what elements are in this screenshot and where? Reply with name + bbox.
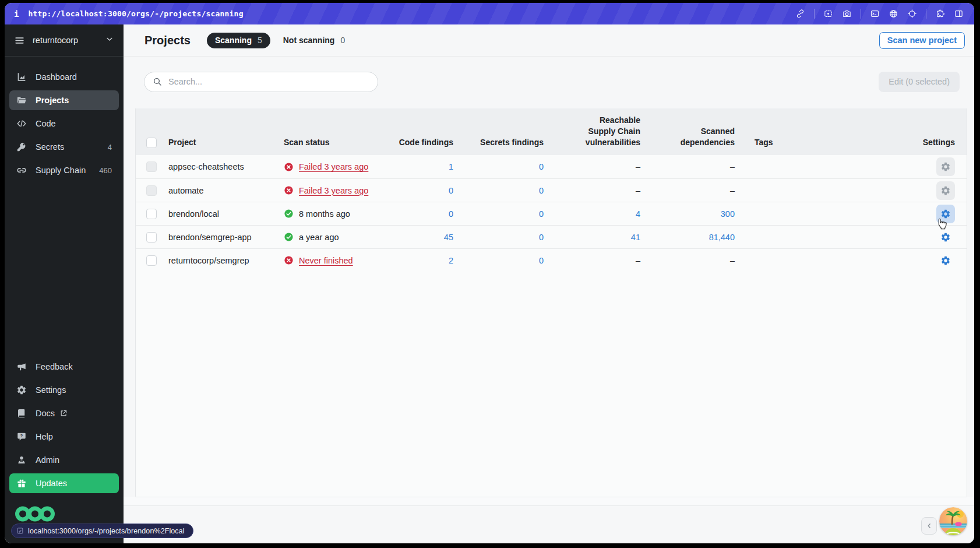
code-icon [16, 118, 27, 129]
sidebar-item-updates[interactable]: Updates [9, 473, 119, 493]
sidebar-item-admin[interactable]: Admin [9, 450, 119, 470]
cell-count-link[interactable]: 2 [449, 256, 453, 265]
user-avatar[interactable] [939, 507, 967, 535]
col-tags: Tags [737, 137, 819, 148]
code-findings-cell: 0 [379, 186, 456, 195]
admin-icon [16, 455, 27, 465]
edit-selected-button[interactable]: Edit (0 selected) [879, 72, 960, 92]
reachable-vulns-cell: – [546, 186, 643, 195]
project-name[interactable]: appsec-cheatsheets [168, 162, 284, 171]
project-settings-gear-icon[interactable] [936, 157, 955, 176]
table-row[interactable]: brendon/local8 months ago004300 [136, 202, 967, 225]
scanned-deps-cell: 81,440 [643, 233, 737, 242]
crosshair-icon[interactable] [907, 9, 917, 19]
sidebar-item-settings[interactable]: Settings [9, 380, 119, 400]
project-settings-gear-icon[interactable] [936, 181, 955, 200]
extensions-icon[interactable] [935, 9, 945, 19]
row-checkbox[interactable] [146, 232, 157, 243]
camera-icon[interactable] [842, 9, 852, 19]
cell-count-link[interactable]: 45 [444, 233, 453, 242]
globe-icon[interactable] [889, 9, 898, 19]
row-checkbox[interactable] [146, 255, 157, 266]
secrets-findings-cell: 0 [456, 233, 546, 242]
link-icon[interactable] [795, 9, 805, 19]
x-circle-icon [284, 185, 294, 195]
sidebar-item-supply-chain[interactable]: Supply Chain460 [9, 160, 119, 180]
scanned-deps-cell: – [643, 162, 737, 171]
split-view-icon[interactable] [954, 9, 964, 19]
cell-count-link[interactable]: 0 [539, 209, 544, 219]
row-checkbox[interactable] [146, 209, 157, 219]
cell-count-link[interactable]: 0 [449, 186, 453, 195]
settings-cell [819, 251, 967, 270]
table-row[interactable]: returntocorp/semgrepNever finished20–– [136, 248, 967, 272]
hamburger-icon[interactable] [14, 35, 25, 46]
code-findings-cell: 2 [379, 256, 456, 265]
sidebar-item-feedback[interactable]: Feedback [9, 357, 119, 377]
sidebar-item-secrets[interactable]: Secrets4 [9, 137, 119, 157]
cell-count-link[interactable]: 0 [539, 233, 544, 242]
row-checkbox[interactable] [146, 161, 157, 172]
scan-status: 8 months ago [284, 209, 379, 219]
cell-count-link[interactable]: 0 [539, 186, 544, 195]
sidebar-divider [5, 56, 124, 57]
chevron-left-icon [925, 522, 933, 530]
sidebar-item-badge: 460 [99, 166, 112, 175]
project-name[interactable]: brendon/local [168, 209, 284, 219]
sidebar-item-dashboard[interactable]: Dashboard [9, 67, 119, 87]
tab-not-scanning[interactable]: Not scanning 0 [283, 36, 345, 45]
cell-count-link[interactable]: 81,440 [709, 233, 735, 242]
scan-new-project-button[interactable]: Scan new project [879, 32, 965, 49]
cell-count-link[interactable]: 0 [449, 209, 453, 219]
chevron-down-icon[interactable] [105, 34, 114, 46]
link-preview-text: localhost:3000/orgs/-/projects/brendon%2… [28, 527, 185, 535]
cell-empty-value: – [730, 256, 735, 265]
terminal-icon[interactable] [870, 9, 880, 19]
cell-count-link[interactable]: 0 [539, 256, 544, 265]
sidebar-item-help[interactable]: ?Help [9, 427, 119, 447]
code-findings-cell: 0 [379, 209, 456, 219]
search-box[interactable] [144, 72, 378, 92]
cell-count-link[interactable]: 0 [539, 162, 544, 171]
screenshot-icon[interactable] [823, 9, 833, 19]
info-icon: i [14, 9, 19, 19]
project-settings-gear-icon[interactable] [936, 251, 955, 270]
cell-count-link[interactable]: 300 [721, 209, 735, 219]
address-url[interactable]: http://localhost:3000/orgs/-/projects/sc… [28, 9, 243, 18]
sidebar-item-label: Feedback [36, 362, 73, 371]
search-input[interactable] [168, 77, 369, 86]
sidebar-item-docs[interactable]: Docs [9, 403, 119, 423]
project-name[interactable]: returntocorp/semgrep [168, 256, 284, 265]
tab-scanning[interactable]: Scanning 5 [207, 33, 270, 48]
scan-status-text[interactable]: Failed 3 years ago [299, 186, 368, 195]
scan-status-text[interactable]: Failed 3 years ago [299, 162, 368, 171]
cell-count-link[interactable]: 1 [449, 162, 453, 171]
project-settings-gear-icon[interactable] [936, 205, 955, 223]
scan-status: Failed 3 years ago [284, 185, 379, 195]
row-checkbox[interactable] [146, 185, 157, 196]
projects-icon [16, 95, 27, 106]
table-row[interactable]: appsec-cheatsheetsFailed 3 years ago10–– [136, 155, 967, 178]
x-circle-icon [284, 255, 294, 265]
table-row[interactable]: brendon/semgrep-appa year ago4504181,440 [136, 225, 967, 248]
select-all-checkbox[interactable] [146, 138, 157, 148]
project-settings-gear-icon[interactable] [936, 228, 955, 247]
reachable-vulns-cell: – [546, 256, 643, 265]
org-switcher[interactable]: returntocorp [5, 24, 124, 56]
col-secrets-findings: Secrets findings [456, 137, 546, 148]
project-name[interactable]: brendon/semgrep-app [168, 233, 284, 242]
updates-icon [16, 478, 27, 489]
settings-cell [819, 181, 967, 200]
sidebar-item-code[interactable]: Code [9, 114, 119, 134]
cell-count-link[interactable]: 4 [636, 209, 640, 219]
collapse-chat-button[interactable] [921, 517, 937, 535]
sidebar-item-projects[interactable]: Projects [9, 90, 119, 110]
x-circle-icon [284, 162, 294, 172]
svg-text:?: ? [20, 433, 23, 438]
scanned-deps-cell: – [643, 256, 737, 265]
link-preview-statusbar: localhost:3000/orgs/-/projects/brendon%2… [11, 524, 193, 538]
project-name[interactable]: automate [168, 186, 284, 195]
table-row[interactable]: automateFailed 3 years ago00–– [136, 178, 967, 202]
scan-status-text[interactable]: Never finished [299, 256, 353, 265]
cell-count-link[interactable]: 41 [631, 233, 640, 242]
